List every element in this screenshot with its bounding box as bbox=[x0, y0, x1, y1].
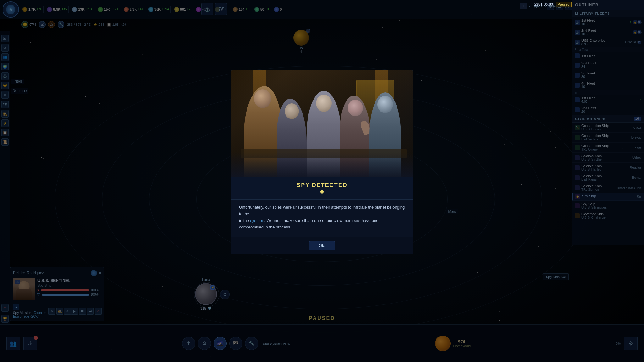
diamond-decoration bbox=[320, 189, 324, 194]
modal-message-text: Unfortunately, our spies were unsuccessf… bbox=[239, 204, 405, 230]
modal-scene-image bbox=[231, 70, 413, 177]
char5-head bbox=[377, 96, 393, 113]
char3-head bbox=[316, 95, 332, 112]
clock-area: 2381.05.03 Paused bbox=[534, 2, 572, 7]
modal-text-area: Unfortunately, our spies were unsuccessf… bbox=[231, 200, 413, 237]
modal-footer: Ok. bbox=[231, 237, 413, 254]
paused-badge: Paused bbox=[556, 2, 572, 7]
char1-head bbox=[254, 89, 271, 108]
system-highlight: system bbox=[250, 218, 263, 223]
modal-overlay: SPY DETECTED Unfortunately, our spies we… bbox=[0, 0, 644, 362]
spy-detected-modal: SPY DETECTED Unfortunately, our spies we… bbox=[231, 70, 413, 254]
char4-head bbox=[348, 100, 363, 116]
game-date: 2381.05.03 bbox=[534, 2, 553, 7]
modal-diamond-icon bbox=[237, 189, 407, 196]
ok-button[interactable]: Ok. bbox=[309, 241, 335, 250]
char2-head bbox=[285, 103, 299, 119]
modal-event-title: SPY DETECTED bbox=[237, 182, 407, 189]
scene-bottom-fade bbox=[231, 152, 413, 177]
modal-title-area: SPY DETECTED bbox=[231, 177, 413, 200]
